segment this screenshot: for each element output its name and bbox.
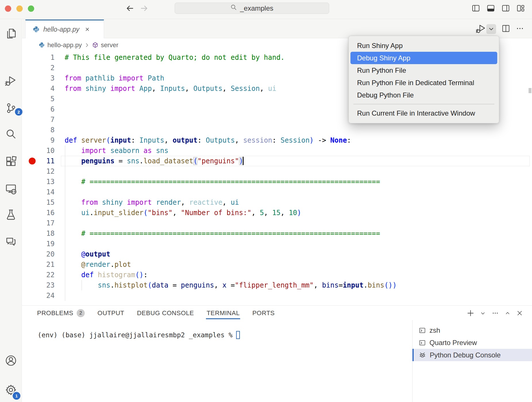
indent-guide	[65, 239, 65, 249]
forward-button[interactable]	[140, 4, 149, 13]
menu-item[interactable]: Debug Python File	[350, 89, 497, 101]
new-terminal-icon[interactable]	[467, 309, 475, 317]
terminal-list-label: Python Debug Console	[430, 351, 501, 359]
remote-explorer-icon	[5, 183, 17, 195]
panel-tab[interactable]: DEBUG CONSOLE	[137, 306, 194, 321]
code-line[interactable]: 20 @output	[0, 249, 532, 259]
search-icon	[230, 4, 237, 12]
more-actions-icon[interactable]	[516, 24, 524, 34]
minimize-window-button[interactable]	[16, 5, 23, 12]
line-number: 6	[51, 105, 55, 113]
line-number: 1	[51, 53, 55, 62]
comments-icon	[5, 235, 17, 248]
command-center-search[interactable]: _examples	[175, 3, 329, 14]
breakpoint-dot[interactable]	[29, 158, 36, 164]
close-window-button[interactable]	[5, 5, 11, 12]
code-text: from pathlib import Path	[65, 73, 164, 83]
sidebar-item-comments[interactable]	[5, 235, 17, 248]
panel-more-actions-icon[interactable]	[491, 309, 499, 317]
sidebar-item-testing[interactable]	[5, 208, 17, 221]
code-line[interactable]: 11 penguins = sns.load_dataset("penguins…	[0, 156, 532, 166]
terminal-list-item[interactable]: Python Debug Console	[413, 349, 532, 361]
sidebar-item-source-control[interactable]: 2	[5, 102, 17, 114]
menu-item[interactable]: Run Python File in Dedicated Terminal	[350, 76, 497, 89]
menu-item[interactable]: Run Shiny App	[350, 39, 497, 52]
line-number: 9	[51, 136, 55, 144]
panel-tab[interactable]: TERMINAL	[207, 306, 240, 321]
code-line[interactable]: 9def server(input: Inputs, output: Outpu…	[0, 135, 532, 146]
terminal-prompt-line[interactable]: (env) (base) jjallaire@jjallairesmbp2 _e…	[38, 330, 240, 340]
breadcrumb-symbol[interactable]: server	[101, 41, 118, 49]
code-line[interactable]: 21 @render.plot	[0, 259, 532, 270]
editor-tab-hello-app[interactable]: hello-app.py	[25, 20, 104, 38]
sidebar-item-remote-explorer[interactable]	[5, 183, 17, 195]
search-value: _examples	[240, 4, 273, 12]
breadcrumb-file[interactable]: hello-app.py	[47, 41, 82, 49]
symbol-method-icon	[92, 42, 98, 48]
code-line[interactable]: 8	[0, 125, 532, 135]
terminal-profile-dropdown-icon[interactable]	[479, 310, 486, 317]
terminal-icon	[419, 339, 426, 346]
terminal-list-item[interactable]: Quarto Preview	[413, 336, 532, 349]
customize-layout-icon[interactable]	[516, 4, 525, 12]
panel-tab[interactable]: OUTPUT	[97, 306, 124, 321]
panel-tab-label: OUTPUT	[97, 309, 124, 317]
line-number: 13	[46, 178, 55, 186]
code-line[interactable]: 23 sns.histplot(data = penguins, x ="fli…	[0, 280, 532, 290]
maximize-panel-icon[interactable]	[504, 310, 511, 317]
chevron-right-icon	[84, 43, 90, 48]
activity-bar: 2 1	[0, 20, 22, 402]
code-line[interactable]: 14	[0, 187, 532, 197]
settings-button[interactable]: 1	[5, 384, 17, 396]
code-text: ui.input_slider("bins", "Number of bins:…	[65, 208, 301, 218]
menu-item[interactable]: Run Python File	[350, 64, 497, 76]
toggle-secondary-sidebar-icon[interactable]	[502, 4, 510, 12]
code-line[interactable]: 17	[0, 218, 532, 228]
panel-tab[interactable]: PROBLEMS2	[37, 306, 85, 321]
vscode-window: _examples 2	[0, 0, 532, 402]
accounts-button[interactable]	[5, 354, 17, 367]
code-line[interactable]: 15 from shiny import render, reactive, u…	[0, 197, 532, 208]
panel-tab-label: DEBUG CONSOLE	[137, 309, 194, 317]
toggle-panel-icon[interactable]	[487, 4, 495, 12]
code-line[interactable]: 24	[0, 290, 532, 301]
python-file-icon	[33, 26, 40, 33]
line-number: 2	[51, 64, 55, 72]
code-line[interactable]: 10 import seaborn as sns	[0, 146, 532, 156]
sidebar-item-explorer[interactable]	[5, 27, 17, 40]
zoom-window-button[interactable]	[28, 5, 34, 12]
code-text: @render.plot	[65, 259, 131, 270]
terminal-icon	[419, 327, 426, 334]
code-line[interactable]: 22 def histogram():	[0, 270, 532, 280]
sidebar-item-extensions[interactable]	[5, 156, 17, 169]
sidebar-item-run-and-debug[interactable]	[5, 74, 17, 87]
code-text: from shiny import render, reactive, ui	[65, 197, 239, 208]
code-line[interactable]: 16 ui.input_slider("bins", "Number of bi…	[0, 208, 532, 218]
menu-item[interactable]: Run Current File in Interactive Window	[350, 107, 497, 119]
split-editor-icon[interactable]	[502, 24, 510, 34]
code-line[interactable]: 19	[0, 239, 532, 249]
code-line[interactable]: 12	[0, 166, 532, 177]
terminal-list-item[interactable]: zsh	[413, 324, 532, 336]
menu-item[interactable]: Debug Shiny App	[350, 52, 497, 64]
line-number: 19	[46, 240, 55, 248]
code-text: from shiny import App, Inputs, Outputs, …	[65, 83, 276, 94]
run-or-debug-button[interactable]	[475, 23, 486, 35]
sidebar-item-search[interactable]	[5, 128, 17, 141]
panel-tab-label: PROBLEMS	[37, 309, 73, 317]
account-icon	[5, 354, 17, 367]
line-number: 23	[46, 281, 55, 289]
back-button[interactable]	[126, 4, 134, 13]
close-panel-icon[interactable]	[516, 309, 523, 317]
terminal-list-label: zsh	[429, 326, 440, 334]
code-line[interactable]: 18 # ===================================…	[0, 228, 532, 239]
close-tab-icon[interactable]	[84, 26, 90, 32]
editor-cursor	[243, 157, 244, 165]
files-icon	[5, 27, 17, 40]
problems-badge: 2	[77, 309, 85, 317]
panel-tab[interactable]: PORTS	[252, 306, 275, 321]
run-options-dropdown-button[interactable]	[486, 24, 496, 34]
line-number: 7	[51, 116, 55, 124]
toggle-primary-sidebar-icon[interactable]	[472, 4, 480, 12]
code-line[interactable]: 13 # ===================================…	[0, 177, 532, 187]
